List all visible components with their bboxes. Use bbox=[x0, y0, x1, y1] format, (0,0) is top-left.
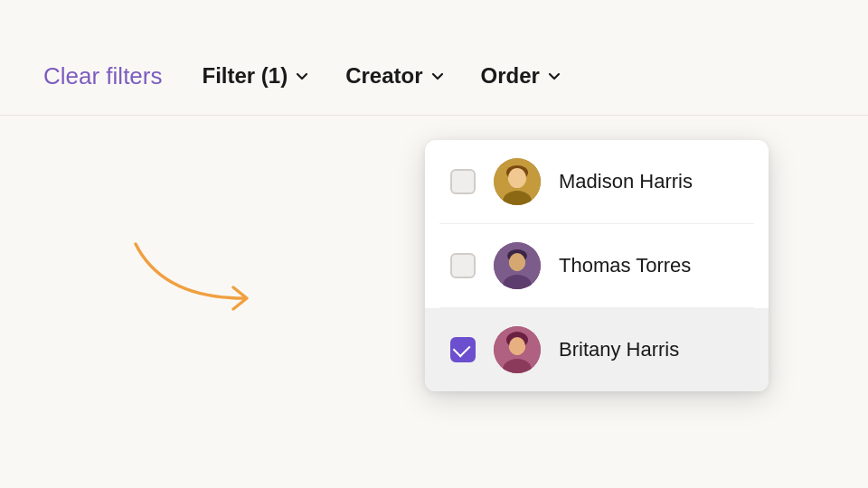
order-button[interactable]: Order bbox=[467, 54, 576, 98]
filter-button[interactable]: Filter (1) bbox=[187, 54, 324, 98]
checkbox-britany[interactable] bbox=[450, 337, 476, 362]
creator-dropdown: Madison Harris Thomas Torres bbox=[425, 140, 769, 391]
filter-chevron-icon bbox=[295, 69, 309, 83]
svg-point-14 bbox=[509, 337, 525, 355]
creator-chevron-icon bbox=[430, 69, 445, 83]
toolbar: Clear filters Filter (1) Creator Order bbox=[0, 0, 868, 116]
dropdown-item-madison[interactable]: Madison Harris bbox=[425, 140, 769, 223]
arrow-indicator bbox=[108, 217, 289, 325]
svg-point-9 bbox=[509, 253, 525, 271]
dropdown-item-thomas[interactable]: Thomas Torres bbox=[425, 224, 769, 307]
avatar-britany bbox=[494, 326, 541, 373]
avatar-thomas bbox=[494, 242, 541, 289]
filter-label: Filter (1) bbox=[202, 63, 288, 89]
toolbar-divider bbox=[0, 115, 868, 116]
dropdown-item-britany[interactable]: Britany Harris bbox=[425, 308, 769, 391]
avatar-madison bbox=[494, 158, 541, 205]
name-thomas: Thomas Torres bbox=[559, 254, 691, 277]
name-britany: Britany Harris bbox=[559, 338, 679, 361]
checkbox-madison[interactable] bbox=[450, 169, 476, 194]
clear-filters-button[interactable]: Clear filters bbox=[33, 55, 173, 98]
order-chevron-icon bbox=[547, 69, 561, 83]
svg-point-4 bbox=[508, 168, 526, 188]
order-label: Order bbox=[481, 63, 540, 89]
name-madison: Madison Harris bbox=[559, 170, 693, 193]
creator-button[interactable]: Creator bbox=[331, 54, 458, 98]
checkbox-thomas[interactable] bbox=[450, 253, 476, 278]
creator-label: Creator bbox=[345, 63, 422, 89]
